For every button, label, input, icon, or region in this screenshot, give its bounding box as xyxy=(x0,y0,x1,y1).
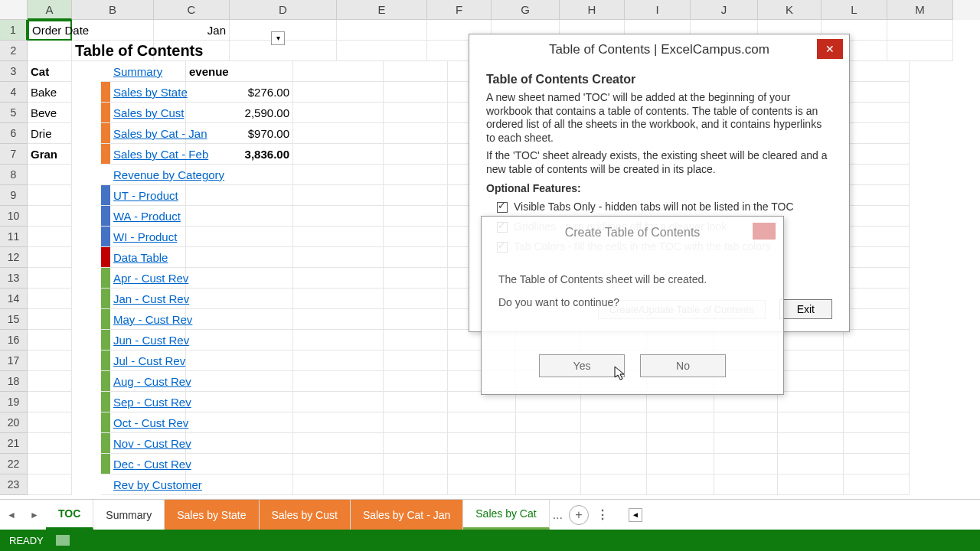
row-header[interactable]: 5 xyxy=(0,103,28,123)
cell[interactable] xyxy=(384,412,448,433)
tab-nav-prev-icon[interactable]: ◄ xyxy=(7,510,16,520)
row-header[interactable]: 16 xyxy=(0,330,28,350)
col-header-L[interactable]: L xyxy=(822,0,887,20)
toc-link[interactable]: Jan - Cust Rev xyxy=(113,292,189,305)
cell[interactable] xyxy=(844,206,910,227)
cell[interactable]: WA - Product xyxy=(110,206,186,227)
cell[interactable]: Cat xyxy=(28,61,72,82)
cell[interactable] xyxy=(844,61,910,82)
close-icon[interactable]: ✕ xyxy=(817,39,843,59)
cell[interactable] xyxy=(384,289,448,309)
cell[interactable]: UT - Product xyxy=(110,185,186,206)
toc-link[interactable]: Sales by Cat - Jan xyxy=(113,127,207,140)
cell[interactable] xyxy=(778,474,844,495)
cell[interactable] xyxy=(448,433,516,454)
cell[interactable] xyxy=(186,289,293,309)
cell[interactable] xyxy=(844,433,910,454)
cell[interactable]: Drie xyxy=(28,123,72,144)
cell[interactable]: Oct - Cust Rev xyxy=(110,412,186,433)
cell[interactable] xyxy=(844,247,910,268)
select-all-corner[interactable] xyxy=(0,0,28,20)
cell[interactable] xyxy=(293,268,384,289)
cell[interactable] xyxy=(384,61,448,82)
toc-link[interactable]: WA - Product xyxy=(113,210,181,223)
cell[interactable] xyxy=(581,412,647,433)
cell[interactable] xyxy=(186,330,293,350)
cell[interactable]: 2,590.00 xyxy=(186,103,293,123)
yes-button[interactable]: Yes xyxy=(539,354,625,377)
cell[interactable] xyxy=(186,371,293,392)
cell[interactable] xyxy=(581,474,647,495)
cell[interactable] xyxy=(28,41,72,61)
cell[interactable] xyxy=(714,392,778,412)
cell[interactable] xyxy=(28,165,72,185)
col-header-C[interactable]: C xyxy=(154,0,230,20)
cell[interactable] xyxy=(293,227,384,247)
cell[interactable]: Aug - Cust Rev xyxy=(110,371,186,392)
cell[interactable] xyxy=(293,165,384,185)
col-header-B[interactable]: B xyxy=(72,0,154,20)
cell[interactable] xyxy=(581,433,647,454)
cell[interactable] xyxy=(28,206,72,227)
toc-link[interactable]: Aug - Cust Rev xyxy=(113,375,191,388)
row-header[interactable]: 18 xyxy=(0,371,28,392)
cell[interactable] xyxy=(293,123,384,144)
cell[interactable] xyxy=(28,371,72,392)
cell[interactable] xyxy=(778,454,844,474)
cell[interactable] xyxy=(337,41,427,61)
toc-link[interactable]: UT - Product xyxy=(113,189,178,202)
cell[interactable] xyxy=(448,474,516,495)
cell[interactable] xyxy=(186,309,293,330)
dialog-titlebar[interactable]: Table of Contents | ExcelCampus.com ✕ xyxy=(469,34,849,65)
cell[interactable]: Revenue by Category xyxy=(110,165,186,185)
cell[interactable] xyxy=(293,61,384,82)
toc-link[interactable]: Sales by State xyxy=(113,86,188,99)
add-sheet-button[interactable]: + xyxy=(569,505,589,525)
cell[interactable] xyxy=(384,433,448,454)
row-header[interactable]: 22 xyxy=(0,454,28,474)
cell[interactable] xyxy=(516,412,581,433)
cell[interactable] xyxy=(384,309,448,330)
cell[interactable]: Nov - Cust Rev xyxy=(110,433,186,454)
cell[interactable] xyxy=(28,289,72,309)
cell[interactable] xyxy=(448,454,516,474)
col-header-G[interactable]: G xyxy=(492,0,560,20)
cell[interactable]: Gran xyxy=(28,144,72,165)
cell[interactable] xyxy=(844,289,910,309)
cell[interactable] xyxy=(293,454,384,474)
cell[interactable] xyxy=(293,206,384,227)
cell[interactable]: Bake xyxy=(28,82,72,103)
row-header[interactable]: 20 xyxy=(0,412,28,433)
cell[interactable] xyxy=(516,454,581,474)
col-header-D[interactable]: D xyxy=(230,0,337,20)
cell[interactable] xyxy=(384,268,448,289)
cell[interactable] xyxy=(337,20,427,41)
cell[interactable] xyxy=(384,330,448,350)
cell[interactable] xyxy=(516,474,581,495)
row-header[interactable]: 15 xyxy=(0,309,28,330)
cell[interactable] xyxy=(293,309,384,330)
cell[interactable]: Jan xyxy=(154,20,230,41)
row-header[interactable]: 23 xyxy=(0,474,28,495)
row-header[interactable]: 11 xyxy=(0,227,28,247)
cell[interactable] xyxy=(293,330,384,350)
cell[interactable] xyxy=(186,247,293,268)
cell[interactable] xyxy=(714,454,778,474)
visible-tabs-checkbox[interactable] xyxy=(497,202,508,213)
cell[interactable] xyxy=(384,82,448,103)
cell[interactable]: Table of Contents xyxy=(72,41,154,61)
row-header[interactable]: 3 xyxy=(0,61,28,82)
cell[interactable] xyxy=(28,474,72,495)
cell[interactable] xyxy=(844,412,910,433)
row-header[interactable]: 21 xyxy=(0,433,28,454)
cell[interactable] xyxy=(844,454,910,474)
cell[interactable] xyxy=(186,433,293,454)
cell[interactable] xyxy=(293,433,384,454)
cell[interactable]: Apr - Cust Rev xyxy=(110,268,186,289)
cell[interactable] xyxy=(293,103,384,123)
cell[interactable] xyxy=(647,454,714,474)
cell[interactable]: evenue xyxy=(186,61,293,82)
toc-link[interactable]: Nov - Cust Rev xyxy=(113,437,191,450)
cell[interactable] xyxy=(778,392,844,412)
sheet-tab[interactable]: Sales by Cust xyxy=(260,500,351,530)
